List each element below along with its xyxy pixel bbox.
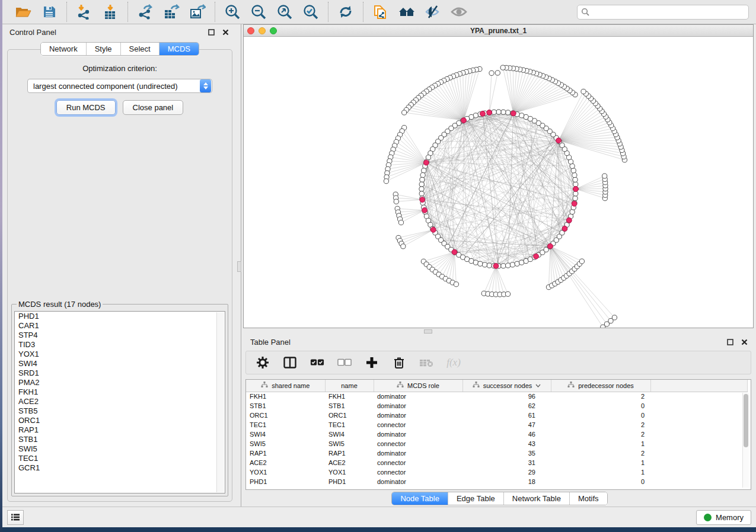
mcds-node[interactable]: CAR1 (15, 321, 225, 331)
tab-edge-table[interactable]: Edge Table (448, 492, 503, 505)
zoom-fit-icon[interactable] (276, 3, 294, 21)
mcds-result-list[interactable]: PHD1CAR1STP4TID3YOX1SWI4SRD1PMA2FKH1ACE2… (14, 311, 225, 493)
export-table-icon[interactable] (162, 3, 180, 21)
mcds-node[interactable]: PHD1 (15, 312, 225, 321)
table-row[interactable]: RAP1RAP1dominator352 (246, 448, 747, 458)
network-canvas[interactable] (244, 37, 753, 328)
mcds-node[interactable]: SWI5 (15, 444, 225, 454)
table-row[interactable]: STB1STB1dominator620 (246, 401, 747, 411)
vertical-splitter[interactable] (237, 24, 243, 507)
minimize-window-icon[interactable] (259, 27, 266, 34)
columns-icon[interactable] (283, 355, 297, 370)
column-header[interactable]: predecessor nodes (551, 380, 650, 392)
tab-mcds[interactable]: MCDS (159, 43, 199, 55)
table-delete-icon (419, 355, 433, 370)
save-session-icon[interactable] (40, 3, 58, 21)
search-input[interactable] (592, 8, 745, 16)
memory-label: Memory (716, 513, 744, 522)
mcds-node[interactable]: PMA2 (15, 378, 225, 387)
mcds-node[interactable]: FKH1 (15, 387, 225, 397)
table-scrollbar[interactable] (742, 393, 749, 488)
table-panel: Table Panel (243, 334, 756, 507)
table-row[interactable]: SWI4SWI4dominator462 (246, 430, 747, 439)
table-row[interactable]: TEC1TEC1connector472 (246, 420, 747, 430)
mcds-node[interactable]: ACE2 (15, 397, 225, 406)
gear-icon[interactable] (256, 355, 270, 370)
table-row[interactable]: ORC1ORC1dominator610 (246, 411, 747, 420)
column-header[interactable]: shared name (246, 380, 325, 392)
export-image-icon[interactable] (189, 3, 206, 21)
table-toolbar: f(x) (245, 351, 751, 374)
refresh-icon[interactable] (337, 3, 355, 21)
table-header: shared namenameMCDS rolesuccessor nodesp… (246, 380, 747, 392)
mcds-node[interactable]: SWI4 (15, 359, 225, 368)
mcds-result-group: MCDS result (17 nodes) PHD1CAR1STP4TID3Y… (11, 300, 228, 496)
network-frame: YPA_prune.txt_1 (243, 24, 754, 328)
close-table-panel-icon[interactable] (739, 337, 749, 347)
table-scrollbar-thumb[interactable] (744, 394, 748, 447)
column-header[interactable]: MCDS role (374, 380, 462, 392)
memory-button[interactable]: Memory (696, 510, 751, 525)
mcds-node[interactable]: TID3 (15, 340, 225, 350)
zoom-in-icon[interactable] (224, 3, 241, 21)
add-icon[interactable] (365, 355, 379, 370)
mcds-items: PHD1CAR1STP4TID3YOX1SWI4SRD1PMA2FKH1ACE2… (15, 312, 225, 473)
mcds-node[interactable]: YOX1 (15, 350, 225, 359)
maximize-window-icon[interactable] (270, 27, 277, 34)
mcds-scrollbar[interactable] (216, 312, 224, 492)
import-network-icon[interactable] (75, 3, 93, 21)
search-field[interactable] (577, 5, 749, 20)
tab-network-table[interactable]: Network Table (503, 492, 569, 505)
eye-icon[interactable] (450, 3, 468, 21)
tab-network[interactable]: Network (41, 43, 86, 55)
tree-icon (567, 382, 575, 389)
list-icon (11, 513, 20, 521)
tab-style[interactable]: Style (86, 43, 120, 55)
tree-icon (473, 382, 480, 389)
table-row[interactable]: FKH1FKH1dominator962 (246, 392, 747, 401)
node-table[interactable]: shared namenameMCDS rolesuccessor nodesp… (245, 379, 751, 490)
hide-panel-icon[interactable] (424, 3, 442, 21)
zoom-selected-icon[interactable] (302, 3, 320, 21)
mcds-node[interactable]: SRD1 (15, 368, 225, 378)
delete-icon[interactable] (392, 355, 406, 370)
column-header[interactable]: successor nodes (462, 380, 551, 392)
import-table-icon[interactable] (101, 3, 119, 21)
table-row[interactable]: SWI5SWI5connector431 (246, 439, 747, 448)
mcds-node[interactable]: TEC1 (15, 454, 225, 463)
mcds-node[interactable]: RAP1 (15, 425, 225, 435)
table-row[interactable]: PHD1PHD1dominator180 (246, 477, 747, 486)
horizontal-splitter[interactable] (243, 328, 756, 334)
close-panel-button[interactable]: Close panel (123, 100, 184, 115)
task-history-button[interactable] (7, 510, 24, 525)
mcds-node[interactable]: ORC1 (15, 416, 225, 425)
table-row[interactable]: ACE2ACE2connector311 (246, 458, 747, 467)
sort-icon (535, 384, 541, 387)
zoom-out-icon[interactable] (250, 3, 267, 21)
mcds-node[interactable]: STB1 (15, 435, 225, 444)
open-session-icon[interactable] (14, 3, 32, 21)
close-window-icon[interactable] (247, 27, 254, 34)
select-all-icon[interactable] (310, 355, 324, 370)
tab-select[interactable]: Select (120, 43, 159, 55)
run-mcds-button[interactable]: Run MCDS (56, 100, 116, 115)
table-row[interactable]: YOX1YOX1connector291 (246, 467, 747, 477)
network-titlebar[interactable]: YPA_prune.txt_1 (244, 25, 753, 37)
copy-network-icon[interactable] (372, 3, 390, 21)
tab-motifs[interactable]: Motifs (569, 492, 607, 505)
float-panel-icon[interactable] (206, 27, 216, 37)
deselect-all-icon[interactable] (337, 355, 352, 370)
mcds-node[interactable]: STB5 (15, 406, 225, 416)
float-table-panel-icon[interactable] (725, 337, 735, 347)
hsplitter-grip[interactable] (424, 329, 432, 334)
splitter-grip[interactable] (237, 261, 241, 272)
column-header[interactable]: name (325, 380, 374, 392)
control-panel: Control Panel NetworkStyleSelectMCDS Opt… (2, 24, 237, 507)
mcds-node[interactable]: STP4 (15, 331, 225, 340)
tab-node-table[interactable]: Node Table (392, 492, 448, 505)
close-panel-icon[interactable] (221, 27, 230, 37)
show-networks-icon[interactable] (398, 3, 416, 21)
export-network-icon[interactable] (136, 3, 154, 21)
optimization-dropdown[interactable]: largest connected component (undirected) (27, 79, 212, 93)
mcds-node[interactable]: GCR1 (15, 463, 225, 473)
